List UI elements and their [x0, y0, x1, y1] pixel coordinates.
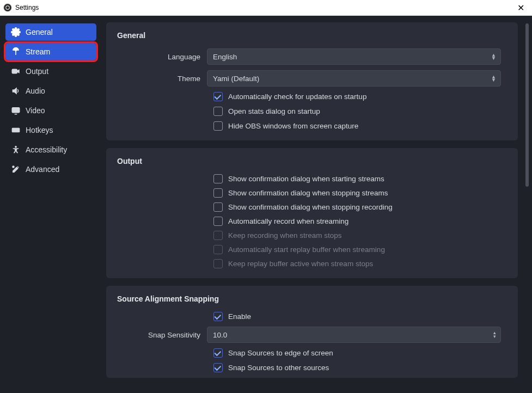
check-label: Enable [228, 312, 251, 321]
titlebar: Settings ✕ [0, 0, 532, 16]
check-label: Hide OBS windows from screen capture [228, 122, 358, 130]
monitor-icon [11, 106, 21, 115]
select-value: English [213, 53, 237, 61]
accessibility-icon [11, 145, 21, 155]
group-title: General [117, 31, 507, 40]
checkbox-keep-replay-buffer [213, 259, 223, 268]
settings-sidebar: General Stream Output Audio Video Hotkey… [0, 16, 102, 393]
svg-point-16 [15, 146, 17, 148]
obs-logo-icon [3, 3, 12, 12]
window-title: Settings [15, 4, 39, 11]
select-value: Yami (Default) [213, 75, 259, 83]
checkbox-auto-record[interactable] [213, 217, 223, 226]
check-label: Keep replay buffer active when stream st… [228, 260, 373, 268]
checkbox-keep-recording [213, 231, 223, 240]
checkbox-snap-enable[interactable] [213, 312, 223, 321]
scrollbar-thumb[interactable] [525, 23, 529, 187]
svg-rect-5 [12, 69, 17, 73]
spinner-icon: ▲▼ [491, 75, 496, 82]
group-title: Output [117, 157, 507, 165]
sidebar-item-label: Accessibility [26, 145, 67, 154]
close-button[interactable]: ✕ [514, 2, 528, 14]
checkbox-snap-other[interactable] [213, 363, 223, 372]
sidebar-item-output[interactable]: Output [5, 63, 96, 80]
sidebar-item-label: Stream [26, 47, 50, 56]
check-label: Show confirmation dialog when stopping r… [228, 203, 393, 211]
checkbox-confirm-stop-stream[interactable] [213, 188, 223, 198]
check-label: Keep recording when stream stops [228, 231, 342, 240]
svg-rect-9 [12, 128, 20, 132]
keyboard-icon [11, 125, 21, 135]
sidebar-item-audio[interactable]: Audio [5, 82, 96, 100]
group-title: Source Alignment Snapping [117, 294, 507, 303]
sidebar-item-accessibility[interactable]: Accessibility [5, 141, 96, 158]
sidebar-item-advanced[interactable]: Advanced [5, 161, 96, 178]
content-scrollbar[interactable] [522, 16, 532, 393]
group-snapping: Source Alignment Snapping Enable Snap Se… [106, 286, 518, 378]
checkbox-open-stats[interactable] [213, 107, 223, 116]
checkbox-snap-edge[interactable] [213, 348, 223, 358]
speaker-icon [11, 86, 21, 96]
gear-icon [11, 27, 21, 37]
sidebar-item-general[interactable]: General [5, 23, 96, 41]
sidebar-item-label: Hotkeys [26, 126, 53, 134]
check-label: Snap Sources to edge of screen [228, 349, 333, 357]
checkbox-auto-replay-buffer [213, 245, 223, 254]
theme-select[interactable]: Yami (Default) ▲▼ [207, 70, 501, 87]
svg-rect-7 [12, 108, 20, 113]
sidebar-item-video[interactable]: Video [5, 102, 96, 119]
check-label: Automatically check for updates on start… [228, 93, 366, 101]
sidebar-item-label: Output [26, 67, 48, 76]
svg-point-0 [4, 4, 11, 11]
spinner-icon: ▲▼ [491, 53, 496, 60]
antenna-icon [11, 47, 21, 57]
sidebar-item-label: Advanced [26, 165, 59, 174]
check-label: Automatically record when streaming [228, 217, 348, 225]
group-output: Output Show confirmation dialog when sta… [106, 148, 518, 278]
camera-icon [11, 66, 21, 76]
svg-point-3 [15, 50, 16, 51]
sidebar-item-label: General [26, 28, 53, 36]
check-label: Show confirmation dialog when stopping s… [228, 189, 388, 197]
input-value: 10.0 [213, 331, 227, 339]
sidebar-item-hotkeys[interactable]: Hotkeys [5, 121, 96, 139]
tools-icon [11, 164, 21, 174]
checkbox-hide-obs[interactable] [213, 121, 223, 131]
check-label: Automatically start replay buffer when s… [228, 245, 385, 254]
check-label: Snap Sources to other sources [228, 364, 329, 372]
check-label: Open stats dialog on startup [228, 107, 320, 115]
sidebar-item-label: Audio [26, 87, 45, 95]
snap-sensitivity-input[interactable]: 10.0 ▴▾ [207, 327, 501, 343]
sidebar-item-label: Video [26, 106, 45, 115]
svg-point-17 [13, 166, 14, 168]
checkbox-auto-update[interactable] [213, 92, 223, 101]
language-label: Language [117, 53, 207, 61]
sidebar-item-stream[interactable]: Stream [5, 43, 96, 60]
theme-label: Theme [117, 75, 207, 83]
group-general: General Language English ▲▼ Theme Yam [106, 22, 518, 140]
language-select[interactable]: English ▲▼ [207, 48, 501, 65]
checkbox-confirm-start-stream[interactable] [213, 174, 223, 183]
spinner-icon: ▴▾ [493, 331, 496, 339]
check-label: Show confirmation dialog when starting s… [228, 175, 384, 183]
settings-content: General Language English ▲▼ Theme Yam [102, 16, 522, 393]
snap-sensitivity-label: Snap Sensitivity [117, 331, 207, 339]
checkbox-confirm-stop-recording[interactable] [213, 202, 223, 212]
